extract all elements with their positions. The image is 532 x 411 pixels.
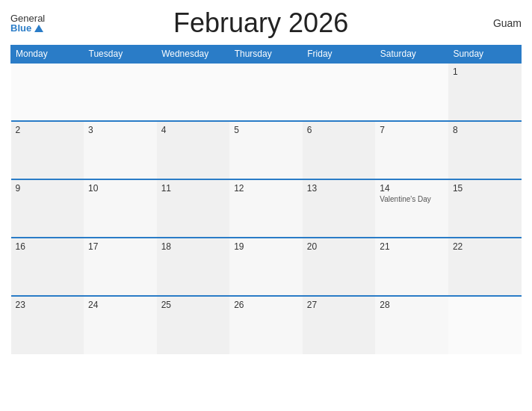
calendar-day-cell: 12 xyxy=(229,179,303,238)
calendar-day-cell: 20 xyxy=(303,238,376,296)
calendar-day-cell: 17 xyxy=(84,238,157,296)
day-number: 10 xyxy=(88,183,152,194)
calendar-week-row: 91011121314Valentine's Day15 xyxy=(11,179,522,238)
day-number: 8 xyxy=(453,125,517,135)
day-number: 21 xyxy=(380,241,444,252)
calendar-day-cell xyxy=(303,63,376,121)
region-label: Guam xyxy=(477,17,522,29)
day-number: 1 xyxy=(453,67,517,77)
day-number: 9 xyxy=(16,183,80,194)
day-number: 27 xyxy=(307,300,371,310)
calendar-day-cell: 27 xyxy=(303,296,376,354)
calendar-day-cell: 9 xyxy=(11,179,84,238)
day-number: 3 xyxy=(88,125,152,135)
calendar-day-cell xyxy=(157,63,230,121)
day-number: 13 xyxy=(307,183,371,194)
col-tuesday: Tuesday xyxy=(84,46,157,64)
day-number: 19 xyxy=(234,241,298,252)
calendar-day-cell: 1 xyxy=(448,63,522,121)
col-wednesday: Wednesday xyxy=(157,46,230,64)
day-number: 15 xyxy=(453,183,517,194)
day-number: 23 xyxy=(16,300,80,310)
calendar-day-cell: 2 xyxy=(11,121,84,179)
day-number: 20 xyxy=(307,241,371,252)
calendar-day-cell: 16 xyxy=(11,238,84,296)
day-number: 25 xyxy=(161,300,226,310)
calendar-day-cell: 7 xyxy=(375,121,448,179)
calendar-table: Monday Tuesday Wednesday Thursday Friday… xyxy=(10,45,522,354)
calendar-day-cell: 24 xyxy=(84,296,157,354)
event-label: Valentine's Day xyxy=(380,195,430,203)
calendar-day-cell: 28 xyxy=(375,296,448,354)
calendar-day-cell xyxy=(84,63,157,121)
col-monday: Monday xyxy=(11,46,84,64)
calendar-day-cell: 13 xyxy=(303,179,376,238)
calendar-wrapper: General Blue February 2026 Guam Monday T… xyxy=(0,0,532,411)
calendar-day-cell: 23 xyxy=(11,296,84,354)
month-title: February 2026 xyxy=(45,7,477,39)
calendar-day-cell: 22 xyxy=(448,238,522,296)
calendar-day-cell: 25 xyxy=(157,296,230,354)
calendar-day-cell xyxy=(229,63,303,121)
calendar-day-cell: 18 xyxy=(157,238,230,296)
logo: General Blue xyxy=(10,13,45,33)
day-number: 6 xyxy=(307,125,371,135)
calendar-day-cell: 8 xyxy=(448,121,522,179)
weekday-header-row: Monday Tuesday Wednesday Thursday Friday… xyxy=(11,46,522,64)
day-number: 2 xyxy=(16,125,80,135)
calendar-header: General Blue February 2026 Guam xyxy=(10,7,522,39)
calendar-day-cell: 14Valentine's Day xyxy=(375,179,448,238)
day-number: 16 xyxy=(16,241,80,252)
calendar-week-row: 1 xyxy=(11,63,522,121)
calendar-day-cell: 26 xyxy=(229,296,303,354)
day-number: 24 xyxy=(88,300,152,310)
calendar-week-row: 16171819202122 xyxy=(11,238,522,296)
col-sunday: Sunday xyxy=(448,46,522,64)
col-friday: Friday xyxy=(303,46,376,64)
calendar-day-cell: 10 xyxy=(84,179,157,238)
day-number: 11 xyxy=(161,183,226,194)
calendar-day-cell: 5 xyxy=(229,121,303,179)
calendar-day-cell: 4 xyxy=(157,121,230,179)
calendar-week-row: 2345678 xyxy=(11,121,522,179)
calendar-day-cell xyxy=(375,63,448,121)
day-number: 14 xyxy=(380,183,444,194)
day-number: 17 xyxy=(88,241,152,252)
day-number: 26 xyxy=(234,300,298,310)
col-saturday: Saturday xyxy=(375,46,448,64)
day-number: 5 xyxy=(234,125,298,135)
day-number: 28 xyxy=(380,300,444,310)
calendar-day-cell: 6 xyxy=(303,121,376,179)
calendar-day-cell xyxy=(448,296,522,354)
day-number: 4 xyxy=(161,125,226,135)
calendar-day-cell: 3 xyxy=(84,121,157,179)
day-number: 7 xyxy=(380,125,444,135)
col-thursday: Thursday xyxy=(229,46,303,64)
calendar-day-cell: 11 xyxy=(157,179,230,238)
logo-triangle-icon xyxy=(34,25,43,32)
logo-blue-text: Blue xyxy=(10,23,45,33)
calendar-day-cell xyxy=(11,63,84,121)
calendar-day-cell: 21 xyxy=(375,238,448,296)
day-number: 12 xyxy=(234,183,298,194)
calendar-week-row: 232425262728 xyxy=(11,296,522,354)
day-number: 18 xyxy=(161,241,226,252)
calendar-day-cell: 19 xyxy=(229,238,303,296)
day-number: 22 xyxy=(453,241,517,252)
calendar-day-cell: 15 xyxy=(448,179,522,238)
